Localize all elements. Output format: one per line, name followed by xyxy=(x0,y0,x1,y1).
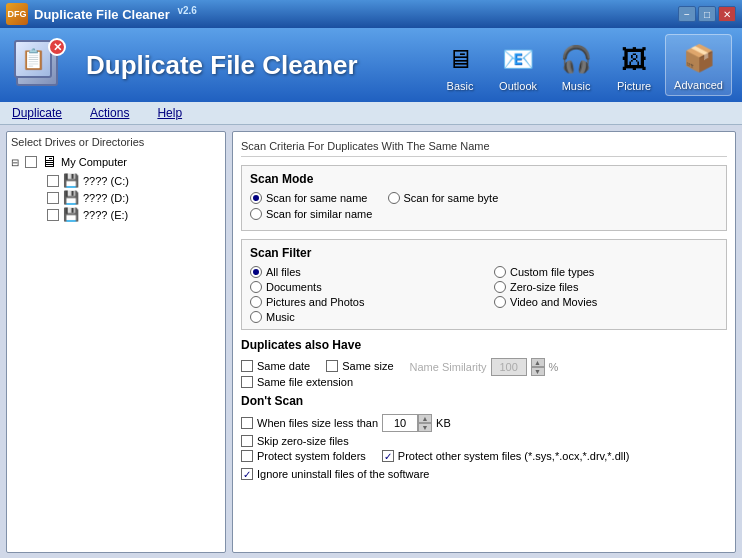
toolbar-icons: 🖥 Basic 📧 Outlook 🎧 Music 🖼 Picture 📦 Ad… xyxy=(433,34,732,96)
radio-zero-size[interactable]: Zero-size files xyxy=(494,281,718,293)
tree-drive-d-checkbox[interactable] xyxy=(47,192,59,204)
ignore-uninstall-row[interactable]: Ignore uninstall files of the software xyxy=(241,468,727,480)
radio-custom-types-input[interactable] xyxy=(494,266,506,278)
tree-expand-icon: ⊟ xyxy=(11,157,21,168)
duplicates-header: Duplicates also Have xyxy=(241,338,727,352)
tree-drive-c[interactable]: 💾 ???? (C:) xyxy=(33,172,221,189)
close-button[interactable]: ✕ xyxy=(718,6,736,22)
toolbar-outlook[interactable]: 📧 Outlook xyxy=(491,36,545,96)
criteria-title: Scan Criteria For Duplicates With The Sa… xyxy=(241,140,727,157)
protect-system-label: Protect system folders xyxy=(257,450,366,462)
radio-video[interactable]: Video and Movies xyxy=(494,296,718,308)
radio-documents-label: Documents xyxy=(266,281,322,293)
outlook-icon: 📧 xyxy=(499,40,537,78)
menu-actions[interactable]: Actions xyxy=(86,104,133,122)
radio-zero-size-input[interactable] xyxy=(494,281,506,293)
percent-label: % xyxy=(549,361,559,373)
radio-video-label: Video and Movies xyxy=(510,296,597,308)
checkbox-same-date[interactable]: Same date xyxy=(241,360,310,372)
protect-other-checkbox[interactable] xyxy=(382,450,394,462)
checkbox-same-ext[interactable]: Same file extension xyxy=(241,376,727,388)
toolbar-basic[interactable]: 🖥 Basic xyxy=(433,36,487,96)
protect-other-row[interactable]: Protect other system files (*.sys,*.ocx,… xyxy=(382,450,629,462)
skip-zero-checkbox[interactable] xyxy=(241,435,253,447)
picture-icon: 🖼 xyxy=(615,40,653,78)
window-controls: − □ ✕ xyxy=(678,6,736,22)
radio-documents[interactable]: Documents xyxy=(250,281,474,293)
app-title: Duplicate File Cleaner v2.6 xyxy=(34,5,197,22)
radio-all-files-input[interactable] xyxy=(250,266,262,278)
ignore-uninstall-checkbox[interactable] xyxy=(241,468,253,480)
toolbar-music[interactable]: 🎧 Music xyxy=(549,36,603,96)
drive-e-icon: 💾 xyxy=(63,207,79,222)
skip-zero-row[interactable]: Skip zero-size files xyxy=(241,435,727,447)
main-content: Select Drives or Directories ⊟ 🖥 My Comp… xyxy=(0,125,742,558)
maximize-button[interactable]: □ xyxy=(698,6,716,22)
tree-drive-e-label: ???? (E:) xyxy=(83,209,128,221)
skip-zero-label: Skip zero-size files xyxy=(257,435,349,447)
name-similarity-down: ▼ xyxy=(531,367,545,376)
radio-same-name-input[interactable] xyxy=(250,192,262,204)
left-panel: Select Drives or Directories ⊟ 🖥 My Comp… xyxy=(6,131,226,553)
kb-arrows[interactable]: ▲ ▼ xyxy=(418,414,432,432)
logo-badge: ✕ xyxy=(48,38,66,56)
radio-video-input[interactable] xyxy=(494,296,506,308)
checkbox-same-size[interactable]: Same size xyxy=(326,360,393,372)
scan-mode-header: Scan Mode xyxy=(250,172,718,186)
radio-same-name[interactable]: Scan for same name xyxy=(250,192,368,204)
name-similarity-input: 100 xyxy=(491,358,527,376)
radio-music-input[interactable] xyxy=(250,311,262,323)
protect-row: Protect system folders Protect other sys… xyxy=(241,450,727,465)
dont-scan-section: Don't Scan When files size less than 10 … xyxy=(241,394,727,480)
toolbar-picture[interactable]: 🖼 Picture xyxy=(607,36,661,96)
radio-same-byte-label: Scan for same byte xyxy=(404,192,499,204)
radio-all-files[interactable]: All files xyxy=(250,266,474,278)
same-size-checkbox[interactable] xyxy=(326,360,338,372)
radio-custom-types[interactable]: Custom file types xyxy=(494,266,718,278)
minimize-button[interactable]: − xyxy=(678,6,696,22)
scan-filter-header: Scan Filter xyxy=(250,246,718,260)
tree-root-label: My Computer xyxy=(61,156,127,168)
kb-value-input[interactable]: 10 xyxy=(382,414,418,432)
app-name-header: Duplicate File Cleaner xyxy=(86,50,358,81)
when-files-label: When files size less than xyxy=(257,417,378,429)
menu-help[interactable]: Help xyxy=(153,104,186,122)
kb-down-arrow[interactable]: ▼ xyxy=(418,423,432,432)
tree-root-checkbox[interactable] xyxy=(25,156,37,168)
tree-drive-d[interactable]: 💾 ???? (D:) xyxy=(33,189,221,206)
protect-system-row[interactable]: Protect system folders xyxy=(241,450,366,462)
advanced-icon: 📦 xyxy=(680,39,718,77)
tree-drive-e[interactable]: 💾 ???? (E:) xyxy=(33,206,221,223)
menu-duplicate[interactable]: Duplicate xyxy=(8,104,66,122)
dont-scan-header: Don't Scan xyxy=(241,394,727,408)
tree-root[interactable]: ⊟ 🖥 My Computer xyxy=(11,152,221,172)
tree-drive-e-checkbox[interactable] xyxy=(47,209,59,221)
same-date-checkbox[interactable] xyxy=(241,360,253,372)
computer-icon: 🖥 xyxy=(41,153,57,171)
kb-unit-label: KB xyxy=(436,417,451,429)
radio-similar-name[interactable]: Scan for similar name xyxy=(250,208,372,220)
same-date-label: Same date xyxy=(257,360,310,372)
radio-music[interactable]: Music xyxy=(250,311,474,323)
kb-up-arrow[interactable]: ▲ xyxy=(418,414,432,423)
tree-drive-c-checkbox[interactable] xyxy=(47,175,59,187)
same-ext-checkbox[interactable] xyxy=(241,376,253,388)
advanced-label: Advanced xyxy=(674,79,723,91)
titlebar-left: DFG Duplicate File Cleaner v2.6 xyxy=(6,3,197,25)
radio-same-byte[interactable]: Scan for same byte xyxy=(388,192,499,204)
radio-music-label: Music xyxy=(266,311,295,323)
radio-similar-name-input[interactable] xyxy=(250,208,262,220)
radio-same-byte-input[interactable] xyxy=(388,192,400,204)
scan-mode-row2: Scan for similar name xyxy=(250,208,718,220)
toolbar-advanced[interactable]: 📦 Advanced xyxy=(665,34,732,96)
app-logo-icon: DFG xyxy=(6,3,28,25)
protect-system-checkbox[interactable] xyxy=(241,450,253,462)
when-files-checkbox[interactable] xyxy=(241,417,253,429)
radio-pictures-input[interactable] xyxy=(250,296,262,308)
outlook-label: Outlook xyxy=(499,80,537,92)
radio-similar-name-label: Scan for similar name xyxy=(266,208,372,220)
radio-all-files-label: All files xyxy=(266,266,301,278)
radio-pictures[interactable]: Pictures and Photos xyxy=(250,296,474,308)
radio-documents-input[interactable] xyxy=(250,281,262,293)
version-badge: v2.6 xyxy=(177,5,196,16)
